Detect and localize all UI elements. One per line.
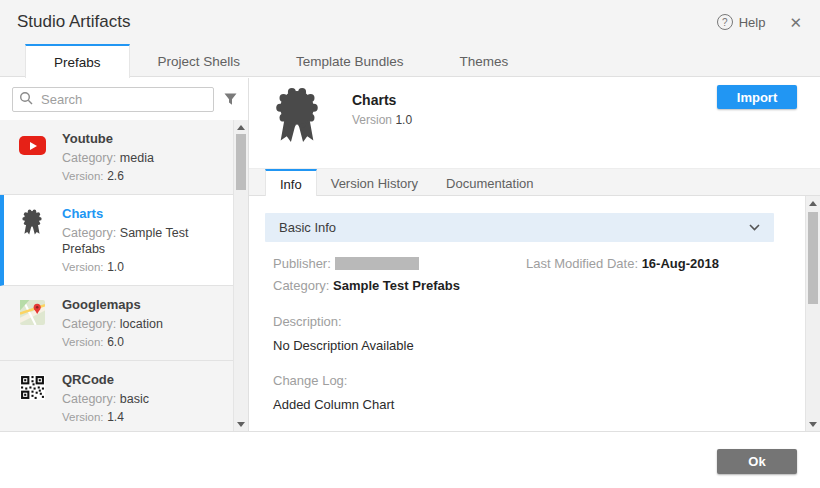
basic-info-section-header[interactable]: Basic Info xyxy=(265,213,774,242)
version-value: 1.0 xyxy=(395,113,412,127)
category-value: Sample Test Prefabs xyxy=(333,278,460,293)
category-label: Category: xyxy=(62,226,116,240)
tab-info[interactable]: Info xyxy=(265,169,317,198)
section-title: Basic Info xyxy=(279,220,336,235)
tab-version-history[interactable]: Version History xyxy=(317,169,432,195)
version-value: 1.0 xyxy=(107,260,124,274)
list-item-youtube[interactable]: Youtube Category: media Version: 2.6 xyxy=(0,120,248,195)
detail-version: Version 1.0 xyxy=(352,113,412,127)
version-label: Version: xyxy=(62,336,104,348)
last-modified-label: Last Modified Date: xyxy=(526,256,638,271)
publisher-redacted-value xyxy=(335,257,419,270)
scroll-up-icon[interactable] xyxy=(806,196,820,210)
chevron-down-icon xyxy=(749,224,760,231)
help-label: Help xyxy=(739,15,766,30)
item-name: Youtube xyxy=(62,131,154,147)
scrollbar-thumb[interactable] xyxy=(236,134,246,190)
map-icon xyxy=(14,300,50,350)
item-name: QRCode xyxy=(62,372,149,388)
detail-title: Charts xyxy=(352,92,412,108)
scroll-down-icon[interactable] xyxy=(234,417,248,431)
changelog-value: Added Column Chart xyxy=(273,397,774,412)
tab-project-shells[interactable]: Project Shells xyxy=(130,44,269,76)
version-value: 6.0 xyxy=(107,335,124,349)
studio-artifacts-dialog: Studio Artifacts ? Help ✕ Prefabs Projec… xyxy=(0,0,820,488)
scroll-down-icon[interactable] xyxy=(806,417,820,431)
main-area: Youtube Category: media Version: 2.6 xyxy=(0,78,820,432)
info-content: Basic Info Publisher: Last Modified Date… xyxy=(249,196,820,431)
category-label: Category: xyxy=(62,392,116,406)
version-label: Version: xyxy=(62,261,104,273)
list-item-charts[interactable]: Charts Category: Sample Test Prefabs Ver… xyxy=(0,195,248,286)
import-button[interactable]: Import xyxy=(717,85,797,109)
search-icon xyxy=(19,91,34,109)
prefab-sidebar: Youtube Category: media Version: 2.6 xyxy=(0,78,249,431)
content-scrollbar xyxy=(805,196,820,431)
search-row xyxy=(0,78,248,120)
filter-icon[interactable] xyxy=(223,92,238,107)
list-item-qrcode[interactable]: QRCode Category: basic Version: 1.4 xyxy=(0,361,248,431)
ok-button[interactable]: Ok xyxy=(717,449,797,474)
description-label: Description: xyxy=(273,314,774,329)
titlebar: Studio Artifacts ? Help ✕ xyxy=(0,0,820,44)
detail-tabbar: Info Version History Documentation xyxy=(249,168,820,196)
publisher-label: Publisher: xyxy=(273,256,331,271)
ribbon-icon xyxy=(14,209,50,275)
category-value: basic xyxy=(120,392,149,406)
last-modified-value: 16-Aug-2018 xyxy=(642,256,719,271)
category-label: Category: xyxy=(62,317,116,331)
help-button[interactable]: ? Help xyxy=(717,14,766,30)
ribbon-icon xyxy=(269,86,325,149)
search-input[interactable] xyxy=(12,87,214,112)
tab-prefabs[interactable]: Prefabs xyxy=(25,44,130,78)
close-icon[interactable]: ✕ xyxy=(789,15,802,30)
tab-themes[interactable]: Themes xyxy=(431,44,536,76)
prefab-list: Youtube Category: media Version: 2.6 xyxy=(0,120,248,431)
version-label: Version: xyxy=(62,170,104,182)
main-tabbar: Prefabs Project Shells Template Bundles … xyxy=(0,44,820,77)
list-item-googlemaps[interactable]: Googlemaps Category: location Version: 6… xyxy=(0,286,248,361)
sidebar-scrollbar xyxy=(233,120,248,431)
item-name: Googlemaps xyxy=(62,297,163,313)
scroll-up-icon[interactable] xyxy=(234,120,248,134)
version-value: 1.4 xyxy=(107,410,124,424)
footer: Ok xyxy=(0,432,820,488)
changelog-label: Change Log: xyxy=(273,373,774,388)
category-value: media xyxy=(120,151,154,165)
tab-documentation[interactable]: Documentation xyxy=(432,169,547,195)
dialog-title: Studio Artifacts xyxy=(17,12,130,32)
version-label: Version: xyxy=(62,411,104,423)
tab-template-bundles[interactable]: Template Bundles xyxy=(268,44,431,76)
scrollbar-thumb[interactable] xyxy=(808,212,818,304)
help-icon: ? xyxy=(717,14,733,30)
category-value: location xyxy=(120,317,163,331)
category-label: Category: xyxy=(273,278,329,293)
category-label: Category: xyxy=(62,151,116,165)
qrcode-icon xyxy=(14,375,50,425)
detail-panel: Charts Version 1.0 Import Info Version H… xyxy=(249,78,820,431)
item-name: Charts xyxy=(62,206,212,222)
youtube-icon xyxy=(14,134,50,184)
version-value: 2.6 xyxy=(107,169,124,183)
detail-header: Charts Version 1.0 Import xyxy=(249,78,820,168)
description-value: No Description Available xyxy=(273,338,774,353)
version-label: Version xyxy=(352,113,392,127)
